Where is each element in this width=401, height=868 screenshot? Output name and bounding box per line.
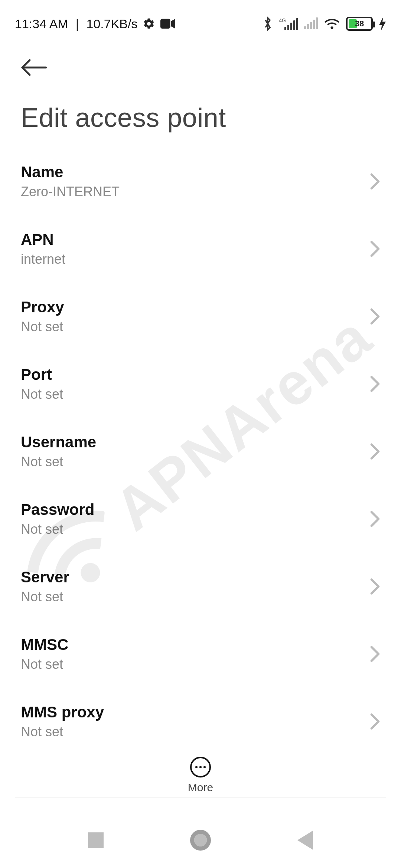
settings-row-proxy[interactable]: ProxyNot set (0, 283, 401, 350)
row-label: MMSC (21, 636, 68, 654)
row-label: Name (21, 163, 120, 181)
status-divider: | (76, 17, 79, 31)
row-label: Port (21, 366, 63, 384)
row-value: Not set (21, 522, 94, 537)
bottom-divider (15, 797, 386, 798)
settings-row-apn[interactable]: APNinternet (0, 215, 401, 283)
settings-row-name[interactable]: NameZero-INTERNET (0, 148, 401, 215)
status-time: 11:34 AM (15, 17, 68, 31)
row-value: internet (21, 251, 65, 267)
nav-recent-apps-button[interactable] (88, 832, 104, 848)
chevron-right-icon (370, 443, 380, 460)
row-label: Username (21, 433, 96, 451)
status-right: 4G 38 (263, 16, 386, 31)
video-camera-icon (160, 18, 175, 29)
page-header: Edit access point (0, 37, 401, 137)
nav-back-button[interactable] (297, 831, 313, 850)
settings-row-mms-proxy[interactable]: MMS proxyNot set (0, 688, 401, 755)
status-bar: 11:34 AM | 10.7KB/s 4G (0, 0, 401, 37)
back-button[interactable] (21, 53, 50, 82)
row-label: Password (21, 501, 94, 519)
row-value: Zero-INTERNET (21, 184, 120, 200)
gear-icon (143, 17, 155, 30)
nav-home-button[interactable] (190, 830, 211, 851)
chevron-right-icon (370, 172, 380, 190)
chevron-right-icon (370, 375, 380, 393)
arrow-left-icon (21, 59, 48, 76)
sim1-signal-icon (284, 19, 298, 30)
settings-row-server[interactable]: ServerNot set (0, 553, 401, 620)
status-network-speed: 10.7KB/s (87, 17, 138, 31)
more-label: More (188, 781, 213, 794)
more-button[interactable] (190, 757, 211, 777)
page-title: Edit access point (21, 102, 380, 133)
row-label: APN (21, 231, 65, 249)
row-label: Server (21, 568, 69, 586)
settings-row-username[interactable]: UsernameNot set (0, 418, 401, 485)
bottom-action-bar: More (0, 757, 401, 794)
row-label: MMS proxy (21, 703, 104, 721)
row-value: Not set (21, 319, 64, 335)
row-value: Not set (21, 387, 63, 402)
svg-rect-0 (160, 19, 170, 29)
settings-row-mmsc[interactable]: MMSCNot set (0, 620, 401, 688)
row-value: Not set (21, 454, 96, 470)
sim2-signal-icon (304, 18, 318, 29)
battery-percent: 38 (348, 19, 371, 29)
chevron-right-icon (370, 240, 380, 258)
chevron-right-icon (370, 713, 380, 730)
settings-list: NameZero-INTERNETAPNinternetProxyNot set… (0, 137, 401, 755)
wifi-icon (324, 17, 340, 30)
chevron-right-icon (370, 645, 380, 663)
status-left: 11:34 AM | 10.7KB/s (15, 17, 175, 31)
row-value: Not set (21, 589, 69, 605)
system-navigation-bar (0, 812, 401, 868)
bluetooth-icon (263, 16, 273, 31)
row-value: Not set (21, 724, 104, 740)
charging-bolt-icon (379, 17, 386, 30)
chevron-right-icon (370, 308, 380, 325)
settings-row-password[interactable]: PasswordNot set (0, 485, 401, 553)
chevron-right-icon (370, 578, 380, 595)
settings-row-port[interactable]: PortNot set (0, 350, 401, 418)
chevron-right-icon (370, 510, 380, 528)
row-label: Proxy (21, 298, 64, 316)
row-value: Not set (21, 657, 68, 672)
battery-icon: 38 (346, 17, 373, 31)
